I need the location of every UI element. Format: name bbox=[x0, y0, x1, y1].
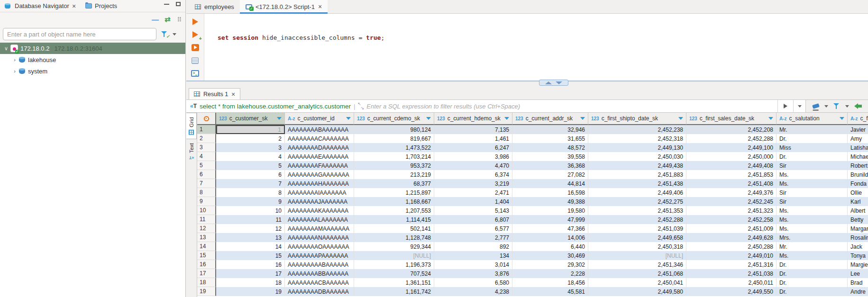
column-menu-icon[interactable] bbox=[346, 117, 351, 120]
grid-cell[interactable]: 3,986 bbox=[434, 152, 512, 161]
grid-cell[interactable]: 14 bbox=[216, 242, 285, 251]
grid-cell[interactable]: Robert bbox=[848, 161, 868, 170]
grid-cell[interactable]: Javier bbox=[848, 125, 868, 134]
grid-cell[interactable]: 2,449,550 bbox=[686, 287, 777, 296]
grid-cell[interactable]: 2,452,318 bbox=[588, 134, 686, 143]
grid-cell[interactable]: 7,135 bbox=[434, 125, 512, 134]
grid-cell[interactable]: 5,143 bbox=[434, 206, 512, 215]
grid-cell[interactable]: 47,366 bbox=[512, 224, 588, 233]
grid-cell[interactable]: 1,404 bbox=[434, 197, 512, 206]
grid-cell[interactable]: 6,440 bbox=[512, 242, 588, 251]
grid-cell[interactable]: AAAAAAAAHAAAAAAA bbox=[285, 179, 354, 188]
chevron-down-icon[interactable] bbox=[845, 105, 849, 108]
row-number[interactable]: 17 bbox=[197, 269, 216, 278]
grid-cell[interactable]: 4,470 bbox=[434, 161, 512, 170]
column-header-c_customer_sk[interactable]: 123c_customer_sk bbox=[216, 113, 285, 125]
grid-cell[interactable]: 2,452,275 bbox=[588, 197, 686, 206]
column-menu-icon[interactable] bbox=[768, 117, 773, 120]
grid-cell[interactable]: 27,082 bbox=[512, 170, 588, 179]
grid-cell[interactable]: AAAAAAAABAAAAAAA bbox=[285, 125, 354, 134]
grid-cell[interactable]: 18,456 bbox=[512, 278, 588, 287]
tree-row-lakehouse[interactable]: › lakehouse bbox=[0, 54, 185, 65]
tree-row-system[interactable]: › system bbox=[0, 65, 185, 77]
grid-cell[interactable]: Ms. bbox=[777, 179, 848, 188]
grid-cell[interactable]: 1,461 bbox=[434, 134, 512, 143]
grid-cell[interactable]: 1,473,522 bbox=[354, 143, 434, 152]
grid-cell[interactable]: AAAAAAAAABAAAAAA bbox=[285, 260, 354, 269]
grid-cell[interactable]: 2,451,039 bbox=[588, 224, 686, 233]
grid-cell[interactable]: 6 bbox=[216, 170, 285, 179]
view-menu-icon[interactable]: ⠿ bbox=[177, 16, 182, 23]
row-number[interactable]: 18 bbox=[197, 278, 216, 287]
row-number[interactable]: 2 bbox=[197, 134, 216, 143]
row-number[interactable]: 9 bbox=[197, 197, 216, 206]
grid-cell[interactable]: 5 bbox=[216, 161, 285, 170]
grid-cell[interactable]: 134 bbox=[434, 251, 512, 260]
grid-cell[interactable]: 3,014 bbox=[434, 260, 512, 269]
grid-cell[interactable]: 6,577 bbox=[434, 224, 512, 233]
grid-cell[interactable]: 32,946 bbox=[512, 125, 588, 134]
column-menu-icon[interactable] bbox=[840, 117, 844, 120]
grid-cell[interactable]: AAAAAAAAGAAAAAAA bbox=[285, 170, 354, 179]
grid-cell[interactable]: Fonda bbox=[848, 179, 868, 188]
grid-cell[interactable]: 16,598 bbox=[512, 188, 588, 197]
column-header-c_salutation[interactable]: A-zc_salutation bbox=[777, 113, 848, 125]
row-number[interactable]: 6 bbox=[197, 170, 216, 179]
grid-cell[interactable]: Jack bbox=[848, 242, 868, 251]
grid-cell[interactable]: 3,219 bbox=[434, 179, 512, 188]
grid-cell[interactable]: 2,450,288 bbox=[686, 242, 777, 251]
grid-cell[interactable]: 2,452,258 bbox=[686, 215, 777, 224]
grid-cell[interactable]: Margaret bbox=[848, 224, 868, 233]
grid-cell[interactable]: Dr. bbox=[777, 152, 848, 161]
grid-cell[interactable]: 29,302 bbox=[512, 260, 588, 269]
row-number[interactable]: 10 bbox=[197, 206, 216, 215]
grid-cell[interactable]: 213,219 bbox=[354, 170, 434, 179]
grid-cell[interactable]: Brad bbox=[848, 278, 868, 287]
grid-cell[interactable]: Margie bbox=[848, 260, 868, 269]
grid-cell[interactable]: 2,449,406 bbox=[588, 188, 686, 197]
explain-plan-icon[interactable] bbox=[192, 57, 199, 64]
column-menu-icon[interactable] bbox=[277, 117, 282, 120]
column-menu-icon[interactable] bbox=[504, 117, 509, 120]
grid-cell[interactable]: 2,452,288 bbox=[588, 215, 686, 224]
grid-cell[interactable]: Karl bbox=[848, 197, 868, 206]
grid-cell[interactable]: 2,452,288 bbox=[686, 134, 777, 143]
grid-cell[interactable]: AAAAAAAAPAAAAAAA bbox=[285, 251, 354, 260]
row-number[interactable]: 19 bbox=[197, 287, 216, 296]
grid-cell[interactable]: 2,449,438 bbox=[588, 161, 686, 170]
grid-cell[interactable]: Sir bbox=[777, 161, 848, 170]
grid-cell[interactable]: 2 bbox=[216, 134, 285, 143]
column-header-c_first_shipto_date_sk[interactable]: 123c_first_shipto_date_sk bbox=[588, 113, 686, 125]
grid-cell[interactable]: 19,580 bbox=[512, 206, 588, 215]
grid-cell[interactable]: 2,449,408 bbox=[686, 161, 777, 170]
grid-cell[interactable]: 6,247 bbox=[434, 143, 512, 152]
column-menu-icon[interactable] bbox=[426, 117, 431, 120]
row-number[interactable]: 16 bbox=[197, 260, 216, 269]
grid-cell[interactable]: 2,452,245 bbox=[686, 197, 777, 206]
execute-statement-icon[interactable] bbox=[192, 18, 198, 25]
collapse-up-icon[interactable] bbox=[545, 81, 552, 84]
grid-cell[interactable]: AAAAAAAADAAAAAAA bbox=[285, 143, 354, 152]
grid-cell[interactable]: Ollie bbox=[848, 188, 868, 197]
filters-menu-icon[interactable] bbox=[833, 103, 840, 109]
column-header-c_customer_id[interactable]: A-zc_customer_id bbox=[285, 113, 354, 125]
grid-cell[interactable]: 1,361,151 bbox=[354, 278, 434, 287]
column-menu-icon[interactable] bbox=[580, 117, 585, 120]
grid-cell[interactable]: 17 bbox=[216, 269, 285, 278]
grid-cell[interactable]: AAAAAAAAJAAAAAAA bbox=[285, 197, 354, 206]
grid-cell[interactable]: Dr. bbox=[777, 287, 848, 296]
grid-cell[interactable]: Andre bbox=[848, 287, 868, 296]
filter-expression-input[interactable]: Enter a SQL expression to filter results… bbox=[366, 103, 777, 110]
chevron-down-icon[interactable] bbox=[173, 33, 176, 36]
grid-cell[interactable]: 30,469 bbox=[512, 251, 588, 260]
grid-cell[interactable]: Ms. bbox=[777, 215, 848, 224]
filter-settings-icon[interactable]: ✓ bbox=[161, 31, 168, 37]
minimize-view-icon[interactable] bbox=[164, 4, 169, 5]
grid-cell[interactable]: Sir bbox=[777, 197, 848, 206]
grid-cell[interactable]: 1,215,897 bbox=[354, 188, 434, 197]
grid-cell[interactable]: 12 bbox=[216, 224, 285, 233]
grid-cell[interactable]: 6,580 bbox=[434, 278, 512, 287]
grid-cell[interactable]: 2,451,038 bbox=[686, 269, 777, 278]
grid-cell[interactable]: 2,451,353 bbox=[588, 206, 686, 215]
grid-cell[interactable]: 18 bbox=[216, 278, 285, 287]
